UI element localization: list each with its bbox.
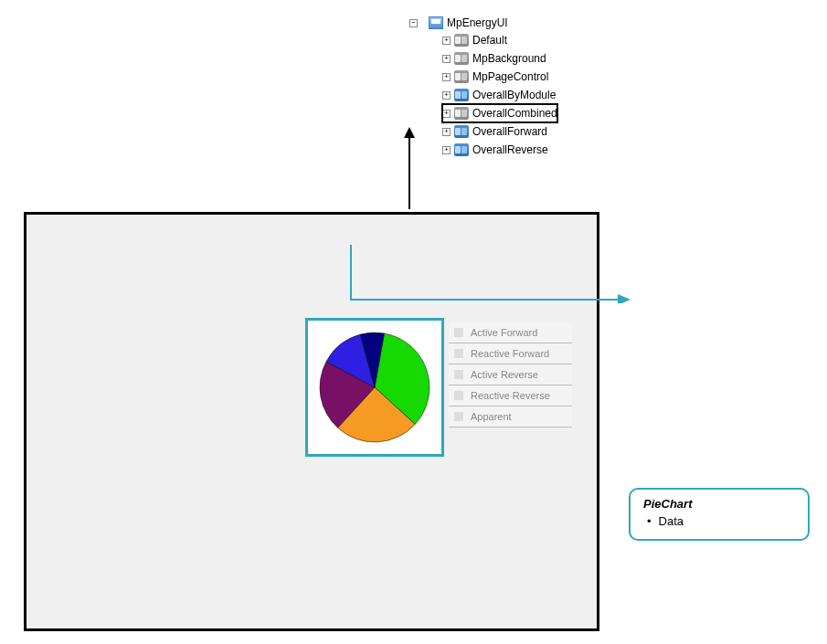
tree-item-label: OverallForward: [472, 125, 547, 138]
legend-item: Apparent: [449, 406, 572, 428]
legend-label: Reactive Forward: [471, 348, 549, 359]
plus-expander-icon[interactable]: +: [442, 91, 451, 100]
chart-legend: Active ForwardReactive ForwardActive Rev…: [449, 322, 572, 428]
legend-swatch: [454, 370, 463, 379]
svg-marker-1: [404, 127, 415, 138]
tree-item-overallcombined[interactable]: +OverallCombined: [442, 104, 557, 122]
legend-label: Active Reverse: [471, 369, 538, 380]
tree-item-overallreverse[interactable]: +OverallReverse: [442, 141, 557, 159]
struct-icon: [454, 89, 469, 101]
plus-expander-icon[interactable]: +: [442, 128, 451, 136]
tree-root-label: MpEnergyUI: [447, 16, 508, 29]
legend-swatch: [454, 328, 463, 337]
tree-item-mpbackground[interactable]: +MpBackground: [442, 49, 557, 68]
struct-icon: [454, 143, 469, 156]
tree-root-node[interactable]: − MpEnergyUI: [409, 16, 557, 29]
tree-item-default[interactable]: +Default: [442, 31, 557, 49]
tree-item-label: OverallCombined: [472, 107, 557, 120]
legend-label: Apparent: [471, 411, 512, 422]
pie-chart-box[interactable]: [305, 318, 444, 457]
struct-icon: [454, 107, 469, 120]
plus-expander-icon[interactable]: +: [442, 146, 451, 154]
tree-view: − MpEnergyUI +Default+MpBackground+MpPag…: [409, 16, 557, 159]
legend-item: Active Forward: [449, 322, 572, 343]
pie-chart: [314, 327, 435, 448]
svg-marker-2: [618, 294, 631, 303]
tree-item-mppagecontrol[interactable]: +MpPageControl: [442, 68, 557, 86]
tree-item-label: MpBackground: [472, 52, 546, 65]
callout-piechart: PieChart Data: [629, 488, 810, 541]
struct-icon: [454, 52, 469, 65]
tree-item-label: MpPageControl: [472, 70, 548, 83]
tree-item-label: OverallByModule: [472, 89, 556, 101]
legend-swatch: [454, 349, 463, 358]
tree-item-overallbymodule[interactable]: +OverallByModule: [442, 86, 557, 104]
legend-item: Active Reverse: [449, 364, 572, 385]
struct-icon: [454, 70, 469, 83]
plus-expander-icon[interactable]: +: [442, 55, 451, 63]
plus-expander-icon[interactable]: +: [442, 110, 451, 118]
connector-arrow-up: [402, 127, 417, 213]
plus-expander-icon[interactable]: +: [442, 37, 451, 45]
tree-item-overallforward[interactable]: +OverallForward: [442, 122, 557, 141]
minus-expander-icon[interactable]: −: [409, 19, 418, 27]
legend-item: Reactive Forward: [449, 343, 572, 364]
struct-icon: [454, 34, 469, 47]
legend-label: Reactive Reverse: [471, 390, 550, 401]
struct-icon: [454, 125, 469, 138]
window-icon: [429, 16, 443, 29]
legend-label: Active Forward: [471, 327, 537, 338]
legend-item: Reactive Reverse: [449, 385, 572, 406]
legend-swatch: [454, 391, 463, 400]
plus-expander-icon[interactable]: +: [442, 73, 451, 81]
layout-panel: Active ForwardReactive ForwardActive Rev…: [24, 212, 599, 631]
tree-item-label: Default: [472, 34, 507, 47]
legend-swatch: [454, 412, 463, 421]
callout-title: PieChart: [643, 497, 795, 511]
tree-item-label: OverallReverse: [472, 143, 548, 156]
callout-bullet: Data: [643, 514, 795, 528]
